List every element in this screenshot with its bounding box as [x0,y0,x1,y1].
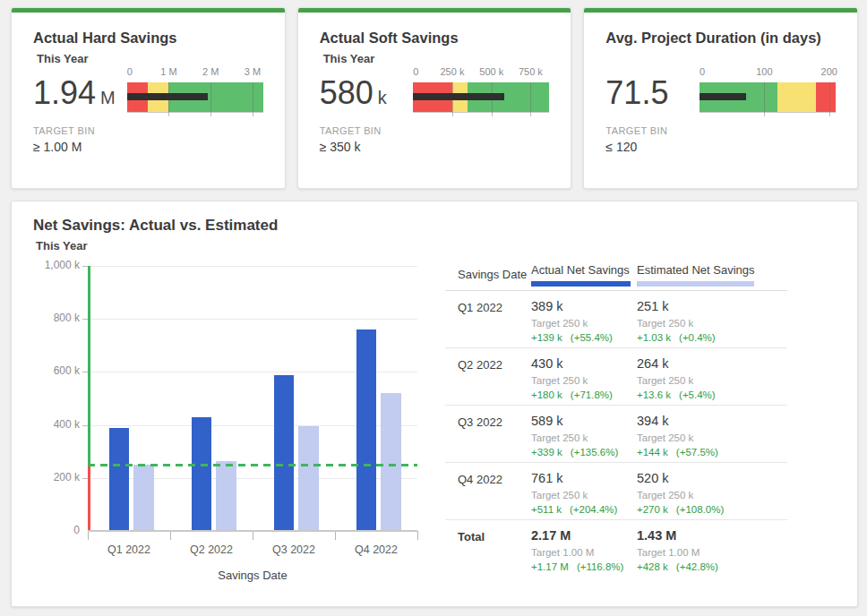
bullet-tick-label: 0 [413,66,418,77]
cell-value: 520 k [637,471,668,485]
net-savings-panel[interactable]: Net Savings: Actual vs. Estimated This Y… [11,201,858,607]
table-header-row: Savings DateActual Net SavingsEstimated … [445,261,787,291]
bullet-tick-label: 200 [821,66,837,77]
bullet-measure-bar [413,93,503,100]
column-header-savings-date: Savings Date [458,268,527,281]
cell-target: Target 1.00 M [637,547,700,558]
bullet-tick-labels: 0250 k500 k750 k [413,66,549,78]
bullet-tick-label: 2 M [202,66,219,77]
bullet-band [700,82,836,112]
bullet-tick-label: 1 M [160,66,176,77]
bullet-chart[interactable]: 01 M2 M3 M [127,66,263,118]
bar-estimated-q1-2022[interactable] [133,465,154,531]
bullet-band [413,82,549,112]
bullet-chart[interactable]: 0100200 [700,66,836,118]
kpi-card-actual-hard-savings[interactable]: Actual Hard Savings This Year 1.94M 01 M… [11,7,286,189]
y-axis-label: 0 [30,524,80,536]
bullet-tick-label: 750 k [519,66,543,77]
kpi-card-actual-soft-savings[interactable]: Actual Soft Savings This Year 580k 0250 … [297,7,572,189]
cell-variance: +139 k(+55.4%) [531,332,613,343]
bullet-tick-label: 3 M [245,66,261,77]
cell-target: Target 250 k [637,375,693,386]
x-axis-line [88,530,417,532]
x-axis-title: Savings Date [88,569,417,582]
kpi-title: Actual Hard Savings [33,30,176,47]
row-label: Q3 2022 [458,415,502,429]
y-axis-label: 800 k [30,312,80,324]
target-bin-value: ≤ 120 [605,140,637,154]
row-label: Total [458,530,485,543]
row-label: Q1 2022 [458,301,502,314]
cell-variance: +339 k(+135.6%) [531,447,618,458]
savings-values-table: Savings DateActual Net SavingsEstimated … [445,261,787,578]
card-accent-strip [12,8,285,13]
column-header-actual: Actual Net Savings [531,263,630,277]
bullet-axis-line [413,112,549,113]
cell-variance: +1.17 M(+116.8%) [531,561,623,572]
bar-estimated-q3-2022[interactable] [298,426,319,531]
x-axis-category-label: Q1 2022 [88,543,170,556]
cell-target: Target 250 k [531,375,588,386]
row-label: Q2 2022 [458,358,502,372]
bullet-tick-mark [764,82,765,116]
kpi-title: Avg. Project Duration (in days) [605,30,821,47]
bullet-measure-bar [127,93,209,100]
bullet-tick-label: 250 k [440,66,464,77]
y-axis-line-above-target [88,266,90,465]
bullet-tick-mark [829,82,830,116]
plot-area [88,266,417,531]
bullet-tick-mark [253,82,253,116]
bullet-axis-line [700,112,836,113]
bar-actual-q1-2022[interactable] [109,428,129,531]
cell-target: Target 250 k [637,318,693,329]
x-axis-tick [417,531,418,540]
net-savings-bar-chart[interactable]: Savings Date 0200 k400 k600 k800 k1,000 … [30,261,446,596]
y-axis-label: 600 k [30,364,80,377]
cell-value: 2.17 M [531,528,571,543]
bar-estimated-q4-2022[interactable] [381,393,401,531]
cell-target: Target 250 k [531,318,588,329]
row-label: Q4 2022 [458,473,502,486]
bullet-tick-label: 100 [756,66,772,77]
bullet-tick-mark [530,82,531,116]
bullet-chart[interactable]: 0250 k500 k750 k [413,66,549,118]
cell-value: 761 k [531,471,562,485]
cell-variance: +180 k(+71.8%) [531,389,613,400]
bar-actual-q2-2022[interactable] [192,417,211,531]
cell-value: 430 k [531,356,562,371]
target-bin-value: ≥ 350 k [320,140,361,154]
target-bin-label: TARGET BIN [33,125,95,136]
kpi-value: 71.5 [605,74,673,112]
bullet-tick-label: 0 [700,66,705,77]
cell-variance: +144 k(+57.5%) [637,447,718,458]
panel-title: Net Savings: Actual vs. Estimated [33,217,278,235]
bullet-range-segment [777,82,816,112]
cell-target: Target 250 k [637,432,693,443]
target-bin-label: TARGET BIN [605,125,667,136]
cell-value: 251 k [637,299,668,313]
x-axis-tick [170,531,171,540]
table-row[interactable]: Q1 2022389 kTarget 250 k+139 k(+55.4%)25… [445,291,787,348]
bar-actual-q4-2022[interactable] [356,329,376,531]
y-axis-line-below-target [88,465,90,531]
bar-estimated-q2-2022[interactable] [216,461,236,531]
table-row[interactable]: Q2 2022430 kTarget 250 k+180 k(+71.8%)26… [445,348,787,406]
table-row[interactable]: Q4 2022761 kTarget 250 k+511 k(+204.4%)5… [445,463,787,520]
kpi-card-avg-project-duration[interactable]: Avg. Project Duration (in days) 71.5 010… [583,7,858,189]
target-bin-value: ≥ 1.00 M [33,140,82,154]
bullet-measure-bar [700,93,746,100]
bullet-tick-labels: 0100200 [700,66,836,78]
x-axis-tick [335,531,336,540]
table-row[interactable]: Q3 2022589 kTarget 250 k+339 k(+135.6%)3… [445,406,787,463]
x-axis-category-label: Q4 2022 [335,543,417,556]
cell-value: 589 k [531,414,562,428]
gridline [88,319,417,320]
bar-actual-q3-2022[interactable] [274,375,294,531]
table-row[interactable]: Total2.17 MTarget 1.00 M+1.17 M(+116.8%)… [445,520,787,578]
cell-variance: +13.6 k(+5.4%) [637,389,716,400]
y-axis-label: 200 k [30,471,80,483]
cell-value: 389 k [531,299,562,313]
bullet-band [127,82,263,112]
column-header-estimated: Estimated Net Savings [637,263,755,277]
cell-variance: +1.03 k(+0.4%) [637,332,716,343]
